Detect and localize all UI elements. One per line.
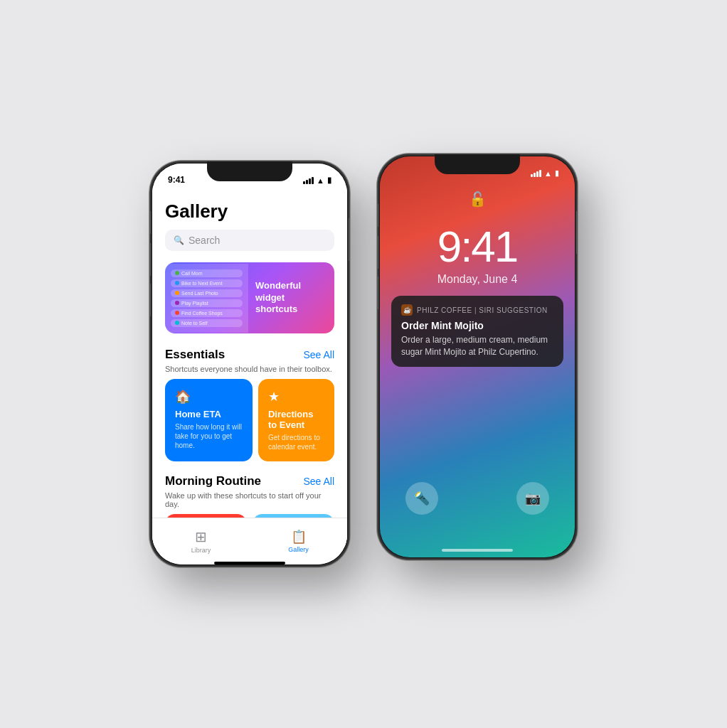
lock-time: 9:41 [380, 225, 575, 269]
directions-title: Directions to Event [268, 409, 324, 430]
directions-desc: Get directions to calendar event. [268, 433, 324, 451]
section-header: Essentials See All [165, 348, 334, 362]
morning-subtitle: Wake up with these shortcuts to start of… [165, 491, 334, 508]
essentials-title: Essentials [165, 348, 225, 362]
shortcut-item: Bike to Next Event [171, 279, 243, 287]
notif-header: ☕ PHILZ COFFEE | SIRI SUGGESTION [401, 304, 553, 316]
shortcuts-list: Call Mom Bike to Next Event Send Last Ph… [165, 264, 248, 333]
library-label: Library [191, 547, 211, 554]
essentials-see-all[interactable]: See All [303, 349, 334, 360]
lock-icon: 🔓 [469, 191, 487, 208]
hero-text: Wonderful widget shortcuts [248, 264, 334, 333]
gallery-icon: 📋 [291, 529, 307, 545]
hero-title: Wonderful widget shortcuts [255, 280, 327, 316]
gallery-header: Gallery 🔍 Search [152, 189, 347, 257]
shortcut-item: Find Coffee Shops [171, 309, 243, 317]
shortcut-item: Note to Self [171, 319, 243, 327]
lock-bottom-buttons: 🔦 📷 [380, 482, 575, 515]
gallery-tab-label: Gallery [288, 546, 309, 553]
camera-icon: 📷 [525, 491, 541, 506]
morning-see-all[interactable]: See All [303, 476, 334, 487]
star-icon: ★ [268, 389, 324, 405]
lock-signal-icon [531, 170, 541, 177]
home-indicator [442, 549, 513, 552]
camera-button[interactable]: 📷 [516, 482, 549, 515]
essentials-cards: 🏠 Home ETA Share how long it will take f… [165, 379, 334, 461]
hero-card[interactable]: Call Mom Bike to Next Event Send Last Ph… [165, 262, 334, 333]
home-icon: 🏠 [175, 389, 243, 405]
home-eta-title: Home ETA [175, 409, 243, 419]
home-eta-card[interactable]: 🏠 Home ETA Share how long it will take f… [165, 379, 253, 461]
search-bar[interactable]: 🔍 Search [165, 230, 334, 251]
coffee-icon: ☕ [403, 306, 411, 314]
notif-title: Order Mint Mojito [401, 320, 553, 331]
library-icon: ⊞ [195, 528, 207, 545]
gallery-scroll[interactable]: Call Mom Bike to Next Event Send Last Ph… [152, 257, 347, 518]
lockscreen: ▲ ▮ 🔓 9:41 Monday, June 4 ☕ PHILZ [380, 156, 575, 557]
search-icon: 🔍 [174, 235, 184, 245]
status-bar: 9:41 ▲ ▮ [152, 164, 347, 189]
phone-lockscreen: ▲ ▮ 🔓 9:41 Monday, June 4 ☕ PHILZ [378, 154, 577, 560]
morning-section: Morning Routine See All Wake up with the… [152, 466, 347, 518]
status-icons: ▲ ▮ [303, 176, 331, 185]
shortcut-item: Send Last Photo [171, 289, 243, 297]
directions-card[interactable]: ★ Directions to Event Get directions to … [258, 379, 334, 461]
tab-bar: ⊞ Library 📋 Gallery [152, 518, 347, 559]
lock-wifi-icon: ▲ [544, 169, 552, 178]
hero-card-inner: Call Mom Bike to Next Event Send Last Ph… [165, 264, 334, 333]
essentials-subtitle: Shortcuts everyone should have in their … [165, 365, 334, 373]
signal-icon [303, 177, 314, 184]
lock-status-icons: ▲ ▮ [531, 168, 559, 178]
shortcut-item: Play Playlist [171, 299, 243, 307]
status-time: 9:41 [168, 175, 185, 185]
essentials-section: Essentials See All Shortcuts everyone sh… [152, 339, 347, 466]
gallery-content: Gallery 🔍 Search Call Mom [152, 189, 347, 564]
wifi-icon: ▲ [317, 176, 324, 185]
tab-gallery[interactable]: 📋 Gallery [250, 525, 347, 553]
gallery-screen: 9:41 ▲ ▮ Gallery 🔍 [152, 164, 347, 564]
gallery-title: Gallery [165, 200, 334, 223]
morning-header: Morning Routine See All [165, 474, 334, 488]
home-indicator [214, 562, 285, 564]
phones-container: 9:41 ▲ ▮ Gallery 🔍 [150, 161, 577, 567]
flashlight-button[interactable]: 🔦 [405, 482, 438, 515]
lock-status-bar: ▲ ▮ [380, 156, 575, 182]
notif-body: Order a large, medium cream, medium suga… [401, 334, 553, 358]
morning-title: Morning Routine [165, 474, 261, 488]
shortcut-item: Call Mom [171, 269, 243, 277]
flashlight-icon: 🔦 [414, 491, 430, 506]
notif-app-name: PHILZ COFFEE | SIRI SUGGESTION [417, 306, 548, 314]
lock-battery-icon: ▮ [555, 168, 559, 178]
unlock-icon: 🔓 [469, 191, 487, 207]
battery-icon: ▮ [327, 176, 331, 185]
home-eta-desc: Share how long it will take for you to g… [175, 422, 243, 450]
phone-gallery: 9:41 ▲ ▮ Gallery 🔍 [150, 161, 349, 567]
notif-app-icon: ☕ [401, 304, 413, 316]
tab-library[interactable]: ⊞ Library [152, 524, 250, 554]
lock-date: Monday, June 4 [380, 273, 575, 286]
search-placeholder: Search [189, 235, 220, 246]
notification-card[interactable]: ☕ PHILZ COFFEE | SIRI SUGGESTION Order M… [391, 296, 563, 367]
